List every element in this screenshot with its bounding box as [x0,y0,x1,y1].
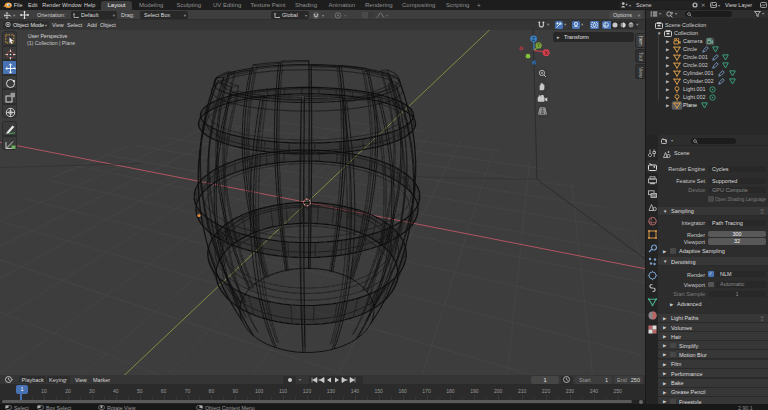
svg-text:Z: Z [532,36,535,42]
